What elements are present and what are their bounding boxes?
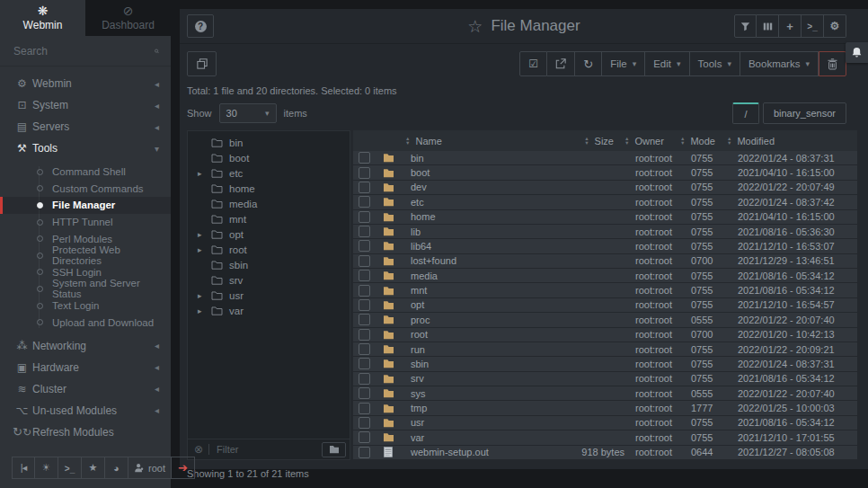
file-row[interactable]: dev root:root 0755 2022/01/22 - 20:07:49	[353, 181, 857, 195]
sidebar-category[interactable]: ↻ Refresh Modules	[0, 421, 171, 443]
file-name[interactable]: webmin-setup.out	[402, 447, 547, 457]
sidebar-subitem[interactable]: Upload and Download	[0, 314, 171, 331]
row-checkbox[interactable]	[359, 167, 370, 179]
sidebar-subitem[interactable]: Custom Commands	[0, 181, 171, 198]
file-name[interactable]: bin	[402, 153, 547, 164]
column-header[interactable]: Owner	[624, 136, 680, 146]
file-name[interactable]: tmp	[402, 403, 547, 413]
file-name[interactable]: sys	[402, 388, 547, 399]
file-name[interactable]: sbin	[402, 359, 547, 369]
row-checkbox[interactable]	[359, 240, 370, 252]
help-button[interactable]	[187, 14, 214, 38]
file-row[interactable]: bin root:root 0755 2022/01/24 - 08:37:31	[353, 151, 857, 165]
tree-directory[interactable]: var	[188, 303, 350, 318]
sort-icon[interactable]	[624, 137, 629, 145]
sort-icon[interactable]	[727, 137, 731, 145]
column-header[interactable]: Modified	[727, 136, 850, 146]
file-row[interactable]: boot root:root 0755 2021/04/10 - 16:15:0…	[353, 165, 857, 180]
row-checkbox[interactable]	[359, 373, 370, 385]
row-checkbox[interactable]	[359, 329, 370, 341]
trash-button[interactable]	[819, 51, 846, 76]
sidebar-category[interactable]: ▣ Hardware	[0, 357, 171, 378]
tree-directory[interactable]: usr	[188, 288, 350, 303]
file-name[interactable]: boot	[402, 167, 547, 178]
theme-button[interactable]	[35, 457, 58, 479]
sidebar-subitem[interactable]: System and Server Status	[0, 280, 171, 297]
file-name[interactable]: var	[402, 432, 547, 443]
row-checkbox[interactable]	[359, 447, 370, 458]
notifications-button[interactable]	[846, 42, 868, 63]
file-name[interactable]: lib	[402, 226, 547, 237]
file-row[interactable]: var root:root 0755 2021/12/10 - 17:01:55	[353, 430, 857, 445]
row-checkbox[interactable]	[359, 314, 370, 325]
sort-icon[interactable]	[405, 137, 410, 145]
sidebar-subitem[interactable]: Text Login	[0, 297, 171, 315]
file-name[interactable]: etc	[402, 197, 547, 208]
file-row[interactable]: home root:root 0755 2021/04/10 - 16:15:0…	[353, 210, 857, 225]
theme-palette-button[interactable]	[105, 457, 128, 479]
tree-directory[interactable]: boot	[188, 150, 350, 165]
search-input[interactable]	[12, 44, 155, 58]
favorite-star-icon[interactable]	[467, 16, 483, 37]
file-row[interactable]: root root:root 0700 2022/01/20 - 10:42:1…	[353, 328, 857, 342]
sidebar-category[interactable]: ⌥ Un-used Modules	[0, 400, 171, 421]
row-checkbox[interactable]	[359, 387, 370, 399]
file-name[interactable]: mnt	[402, 285, 547, 296]
user-button[interactable]: root	[128, 457, 172, 479]
sidebar-category[interactable]: ⊡ System	[0, 94, 171, 116]
file-row[interactable]: media root:root 0755 2021/08/16 - 05:34:…	[353, 269, 857, 283]
column-header[interactable]: Name	[402, 136, 547, 146]
file-name[interactable]: usr	[402, 417, 547, 428]
file-row[interactable]: opt root:root 0755 2021/12/10 - 16:54:57	[353, 298, 857, 313]
sidebar-subitem[interactable]: File Manager	[0, 197, 171, 214]
row-checkbox[interactable]	[359, 403, 370, 414]
file-row[interactable]: usr root:root 0755 2021/08/16 - 05:34:12	[353, 416, 857, 430]
toolbar-menu-button[interactable]: File	[602, 51, 645, 76]
column-header[interactable]: Size	[547, 136, 624, 146]
file-name[interactable]: dev	[402, 182, 547, 192]
expand-arrow-icon[interactable]	[198, 245, 205, 254]
expand-arrow-icon[interactable]	[198, 291, 205, 300]
file-row[interactable]: sbin root:root 0755 2022/01/24 - 08:37:3…	[353, 357, 857, 371]
column-header[interactable]: Mode	[680, 136, 727, 146]
select-all-button[interactable]	[519, 51, 547, 76]
row-checkbox[interactable]	[359, 270, 370, 281]
page-size-select[interactable]: 30	[219, 103, 277, 123]
row-checkbox[interactable]	[359, 196, 370, 208]
goto-directory-button[interactable]	[322, 442, 346, 457]
file-name[interactable]: lib64	[402, 241, 547, 252]
toolbar-menu-button[interactable]: Edit	[645, 51, 689, 76]
sidebar-category[interactable]: ⚒ Tools	[0, 138, 171, 159]
file-row[interactable]: proc root:root 0555 2022/01/22 - 20:07:4…	[353, 313, 857, 327]
breadcrumb-current[interactable]: binary_sensor	[763, 102, 846, 124]
file-name[interactable]: home	[402, 211, 547, 222]
file-row[interactable]: lib root:root 0755 2021/08/16 - 05:36:30	[353, 225, 857, 239]
file-row[interactable]: lib64 root:root 0755 2021/12/10 - 16:53:…	[353, 239, 857, 253]
sidebar-category[interactable]: ▤ Servers	[0, 116, 171, 138]
breadcrumb-root[interactable]: /	[732, 102, 759, 124]
row-checkbox[interactable]	[359, 431, 370, 443]
toolbar-menu-button[interactable]: Bookmarks	[740, 51, 819, 76]
expand-arrow-icon[interactable]	[198, 306, 205, 315]
sort-icon[interactable]	[680, 137, 685, 145]
file-name[interactable]: proc	[402, 315, 547, 325]
row-checkbox[interactable]	[359, 182, 370, 193]
sidebar-subitem[interactable]: Protected Web Directories	[0, 247, 171, 264]
logout-button[interactable]	[172, 457, 195, 479]
row-checkbox[interactable]	[359, 152, 370, 164]
sidebar-category[interactable]: ⚙ Webmin	[0, 73, 171, 94]
row-checkbox[interactable]	[359, 211, 370, 223]
sidebar-category[interactable]: ⁂ Networking	[0, 335, 171, 357]
tree-directory[interactable]: media	[188, 196, 350, 211]
file-name[interactable]: media	[402, 271, 547, 281]
sidebar-subitem[interactable]: Command Shell	[0, 164, 171, 181]
row-checkbox[interactable]	[359, 358, 370, 369]
row-checkbox[interactable]	[359, 417, 370, 429]
file-name[interactable]: srv	[402, 373, 547, 384]
sidebar-subitem[interactable]: HTTP Tunnel	[0, 214, 171, 231]
file-name[interactable]: opt	[402, 299, 547, 310]
clone-view-button[interactable]	[187, 51, 217, 76]
clear-filter-icon[interactable]	[194, 443, 203, 456]
file-row[interactable]: srv root:root 0755 2021/08/16 - 05:34:12	[353, 372, 857, 386]
columns-button[interactable]	[757, 14, 779, 38]
